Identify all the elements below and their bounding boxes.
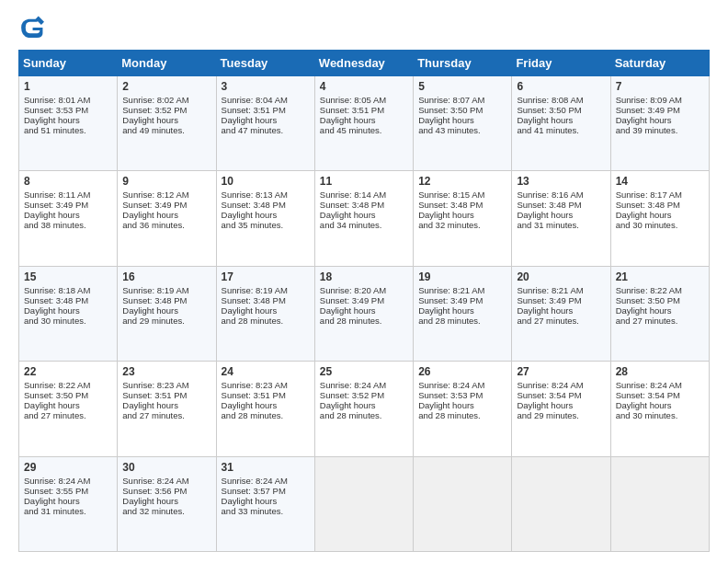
- day-number: 18: [320, 270, 408, 283]
- day-number: 29: [24, 461, 112, 474]
- table-row: 11Sunrise: 8:14 AMSunset: 3:48 PMDayligh…: [314, 171, 413, 266]
- day-number: 12: [418, 175, 506, 188]
- sunrise-text: Sunrise: 8:24 AMSunset: 3:56 PMDaylight …: [122, 476, 188, 516]
- day-number: 20: [517, 270, 605, 283]
- day-number: 6: [517, 80, 605, 93]
- col-sunday: Sunday: [19, 51, 118, 76]
- col-wednesday: Wednesday: [314, 51, 413, 76]
- sunrise-text: Sunrise: 8:14 AMSunset: 3:48 PMDaylight …: [320, 190, 386, 230]
- calendar-week-3: 15Sunrise: 8:18 AMSunset: 3:48 PMDayligh…: [19, 266, 710, 361]
- sunrise-text: Sunrise: 8:17 AMSunset: 3:48 PMDaylight …: [616, 190, 682, 230]
- table-row: 26Sunrise: 8:24 AMSunset: 3:53 PMDayligh…: [414, 362, 512, 456]
- table-row: 10Sunrise: 8:13 AMSunset: 3:48 PMDayligh…: [216, 171, 314, 266]
- day-number: 27: [517, 365, 605, 378]
- day-number: 9: [122, 175, 210, 188]
- sunrise-text: Sunrise: 8:12 AMSunset: 3:49 PMDaylight …: [122, 190, 188, 230]
- day-number: 19: [418, 270, 506, 283]
- sunrise-text: Sunrise: 8:18 AMSunset: 3:48 PMDaylight …: [24, 285, 90, 326]
- table-row: 5Sunrise: 8:07 AMSunset: 3:50 PMDaylight…: [414, 76, 512, 171]
- day-number: 23: [122, 365, 210, 378]
- table-row: 3Sunrise: 8:04 AMSunset: 3:51 PMDaylight…: [216, 76, 314, 171]
- sunrise-text: Sunrise: 8:08 AMSunset: 3:50 PMDaylight …: [517, 95, 583, 135]
- sunrise-text: Sunrise: 8:21 AMSunset: 3:49 PMDaylight …: [517, 285, 583, 326]
- calendar-week-1: 1Sunrise: 8:01 AMSunset: 3:53 PMDaylight…: [19, 76, 710, 171]
- header: [18, 15, 710, 40]
- sunrise-text: Sunrise: 8:22 AMSunset: 3:50 PMDaylight …: [616, 285, 682, 326]
- sunrise-text: Sunrise: 8:24 AMSunset: 3:53 PMDaylight …: [418, 380, 484, 420]
- table-row: 15Sunrise: 8:18 AMSunset: 3:48 PMDayligh…: [19, 266, 118, 361]
- col-thursday: Thursday: [414, 51, 512, 76]
- table-row: 13Sunrise: 8:16 AMSunset: 3:48 PMDayligh…: [512, 171, 610, 266]
- table-row: 12Sunrise: 8:15 AMSunset: 3:48 PMDayligh…: [414, 171, 512, 266]
- sunrise-text: Sunrise: 8:16 AMSunset: 3:48 PMDaylight …: [517, 190, 583, 230]
- table-row: [314, 456, 413, 551]
- day-number: 24: [222, 365, 310, 378]
- table-row: 24Sunrise: 8:23 AMSunset: 3:51 PMDayligh…: [216, 362, 314, 456]
- table-row: [414, 456, 512, 551]
- day-number: 13: [517, 175, 605, 188]
- table-row: 7Sunrise: 8:09 AMSunset: 3:49 PMDaylight…: [610, 76, 709, 171]
- sunrise-text: Sunrise: 8:24 AMSunset: 3:52 PMDaylight …: [320, 380, 386, 420]
- sunrise-text: Sunrise: 8:24 AMSunset: 3:54 PMDaylight …: [517, 380, 583, 420]
- logo-icon: [18, 15, 44, 40]
- day-number: 31: [222, 461, 310, 474]
- sunrise-text: Sunrise: 8:09 AMSunset: 3:49 PMDaylight …: [616, 95, 682, 135]
- calendar-table: Sunday Monday Tuesday Wednesday Thursday…: [18, 50, 710, 552]
- table-row: 14Sunrise: 8:17 AMSunset: 3:48 PMDayligh…: [610, 171, 709, 266]
- sunrise-text: Sunrise: 8:15 AMSunset: 3:48 PMDaylight …: [418, 190, 484, 230]
- table-row: 1Sunrise: 8:01 AMSunset: 3:53 PMDaylight…: [19, 76, 118, 171]
- sunrise-text: Sunrise: 8:19 AMSunset: 3:48 PMDaylight …: [222, 285, 288, 326]
- day-number: 5: [418, 80, 506, 93]
- table-row: 20Sunrise: 8:21 AMSunset: 3:49 PMDayligh…: [512, 266, 610, 361]
- day-number: 21: [616, 270, 704, 283]
- sunrise-text: Sunrise: 8:21 AMSunset: 3:49 PMDaylight …: [418, 285, 484, 326]
- calendar-week-2: 8Sunrise: 8:11 AMSunset: 3:49 PMDaylight…: [19, 171, 710, 266]
- sunrise-text: Sunrise: 8:02 AMSunset: 3:52 PMDaylight …: [122, 95, 188, 135]
- day-number: 7: [616, 80, 704, 93]
- sunrise-text: Sunrise: 8:13 AMSunset: 3:48 PMDaylight …: [222, 190, 288, 230]
- day-number: 28: [616, 365, 704, 378]
- table-row: 25Sunrise: 8:24 AMSunset: 3:52 PMDayligh…: [314, 362, 413, 456]
- table-row: 2Sunrise: 8:02 AMSunset: 3:52 PMDaylight…: [118, 76, 216, 171]
- sunrise-text: Sunrise: 8:11 AMSunset: 3:49 PMDaylight …: [24, 190, 90, 230]
- day-number: 22: [24, 365, 112, 378]
- col-tuesday: Tuesday: [216, 51, 314, 76]
- sunrise-text: Sunrise: 8:04 AMSunset: 3:51 PMDaylight …: [222, 95, 288, 135]
- table-row: 29Sunrise: 8:24 AMSunset: 3:55 PMDayligh…: [19, 456, 118, 551]
- sunrise-text: Sunrise: 8:19 AMSunset: 3:48 PMDaylight …: [122, 285, 188, 326]
- sunrise-text: Sunrise: 8:22 AMSunset: 3:50 PMDaylight …: [24, 380, 90, 420]
- col-monday: Monday: [118, 51, 216, 76]
- table-row: 31Sunrise: 8:24 AMSunset: 3:57 PMDayligh…: [216, 456, 314, 551]
- table-row: 18Sunrise: 8:20 AMSunset: 3:49 PMDayligh…: [314, 266, 413, 361]
- sunrise-text: Sunrise: 8:24 AMSunset: 3:57 PMDaylight …: [222, 476, 288, 516]
- table-row: 28Sunrise: 8:24 AMSunset: 3:54 PMDayligh…: [610, 362, 709, 456]
- table-row: 21Sunrise: 8:22 AMSunset: 3:50 PMDayligh…: [610, 266, 709, 361]
- day-number: 26: [418, 365, 506, 378]
- day-number: 4: [320, 80, 408, 93]
- day-number: 25: [320, 365, 408, 378]
- table-row: 22Sunrise: 8:22 AMSunset: 3:50 PMDayligh…: [19, 362, 118, 456]
- day-number: 14: [616, 175, 704, 188]
- sunrise-text: Sunrise: 8:20 AMSunset: 3:49 PMDaylight …: [320, 285, 386, 326]
- table-row: 16Sunrise: 8:19 AMSunset: 3:48 PMDayligh…: [118, 266, 216, 361]
- table-row: 8Sunrise: 8:11 AMSunset: 3:49 PMDaylight…: [19, 171, 118, 266]
- table-row: 9Sunrise: 8:12 AMSunset: 3:49 PMDaylight…: [118, 171, 216, 266]
- sunrise-text: Sunrise: 8:23 AMSunset: 3:51 PMDaylight …: [122, 380, 188, 420]
- table-row: 17Sunrise: 8:19 AMSunset: 3:48 PMDayligh…: [216, 266, 314, 361]
- day-number: 10: [222, 175, 310, 188]
- header-row: Sunday Monday Tuesday Wednesday Thursday…: [19, 51, 710, 76]
- day-number: 11: [320, 175, 408, 188]
- day-number: 17: [222, 270, 310, 283]
- day-number: 3: [222, 80, 310, 93]
- sunrise-text: Sunrise: 8:24 AMSunset: 3:55 PMDaylight …: [24, 476, 90, 516]
- table-row: 6Sunrise: 8:08 AMSunset: 3:50 PMDaylight…: [512, 76, 610, 171]
- table-row: 23Sunrise: 8:23 AMSunset: 3:51 PMDayligh…: [118, 362, 216, 456]
- day-number: 15: [24, 270, 112, 283]
- table-row: [610, 456, 709, 551]
- col-friday: Friday: [512, 51, 610, 76]
- day-number: 2: [122, 80, 210, 93]
- day-number: 8: [24, 175, 112, 188]
- table-row: [512, 456, 610, 551]
- table-row: 4Sunrise: 8:05 AMSunset: 3:51 PMDaylight…: [314, 76, 413, 171]
- calendar-week-5: 29Sunrise: 8:24 AMSunset: 3:55 PMDayligh…: [19, 456, 710, 551]
